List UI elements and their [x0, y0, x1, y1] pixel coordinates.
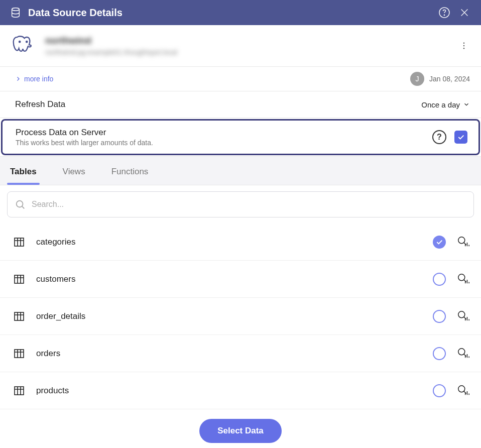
svg-point-8 [17, 201, 23, 207]
modified-date: Jan 08, 2024 [429, 75, 470, 83]
search-icon [15, 199, 26, 210]
table-name: categories [36, 237, 422, 247]
svg-rect-13 [15, 312, 24, 320]
datasource-header: northwind northwind.pg-example01.thought… [0, 25, 481, 67]
table-icon [13, 310, 25, 322]
svg-point-16 [458, 348, 465, 355]
title-bar: Data Source Details [0, 0, 481, 25]
analyze-icon[interactable] [457, 273, 470, 286]
svg-point-10 [458, 237, 465, 243]
datasource-subtitle: northwind.pg-example01.thoughtspot.local [45, 48, 177, 56]
chevron-right-icon [15, 76, 21, 82]
table-name: orders [36, 349, 422, 359]
refresh-row: Refresh Data Once a day [0, 91, 481, 118]
process-data-section: Process Data on Server This works best w… [1, 119, 480, 155]
owner-avatar[interactable]: J [410, 72, 424, 86]
svg-point-2 [444, 15, 444, 15]
refresh-label: Refresh Data [15, 99, 65, 109]
svg-point-3 [19, 41, 20, 42]
close-icon[interactable] [458, 6, 471, 19]
table-row: order_details [0, 298, 481, 335]
table-icon [13, 348, 25, 360]
table-icon [13, 273, 25, 285]
table-list: categories customers order_details order… [0, 223, 481, 409]
svg-point-18 [458, 385, 465, 392]
tab-views[interactable]: Views [60, 158, 88, 184]
postgresql-logo-icon [11, 33, 36, 58]
table-select-toggle[interactable] [433, 384, 446, 397]
search-box[interactable] [7, 191, 474, 217]
table-name: products [36, 386, 422, 396]
process-help-icon[interactable]: ? [432, 130, 446, 144]
svg-rect-9 [15, 238, 24, 246]
more-info-link[interactable]: more info [15, 75, 53, 83]
search-input[interactable] [32, 200, 466, 209]
table-select-toggle[interactable] [433, 236, 446, 249]
table-row: orders [0, 335, 481, 372]
more-info-label: more info [24, 75, 53, 83]
svg-point-0 [12, 8, 20, 11]
tab-functions[interactable]: Functions [108, 158, 152, 184]
svg-rect-15 [15, 350, 24, 358]
table-select-toggle[interactable] [433, 310, 446, 323]
process-data-subtitle: This works best with larger amounts of d… [16, 139, 153, 147]
table-icon [13, 385, 25, 397]
table-row: products [0, 372, 481, 409]
table-select-toggle[interactable] [433, 273, 446, 286]
database-icon [10, 7, 21, 18]
table-icon [13, 236, 25, 248]
table-name: customers [36, 274, 422, 284]
table-row: customers [0, 261, 481, 298]
analyze-icon[interactable] [457, 310, 470, 323]
analyze-icon[interactable] [457, 236, 470, 249]
svg-rect-11 [15, 275, 24, 283]
refresh-frequency-select[interactable]: Once a day [421, 100, 470, 109]
svg-point-6 [463, 45, 464, 46]
refresh-frequency-value: Once a day [421, 100, 460, 109]
table-select-toggle[interactable] [433, 347, 446, 360]
svg-point-14 [458, 311, 465, 317]
footer: Select Data [0, 419, 481, 443]
analyze-icon[interactable] [457, 347, 470, 360]
svg-point-5 [463, 43, 464, 44]
analyze-icon[interactable] [457, 384, 470, 397]
process-data-checkbox[interactable] [454, 131, 467, 144]
chevron-down-icon [463, 101, 470, 108]
table-name: order_details [36, 311, 422, 321]
process-data-title: Process Data on Server [16, 128, 153, 138]
help-icon[interactable] [438, 6, 451, 19]
svg-rect-17 [15, 387, 24, 395]
table-row: categories [0, 223, 481, 261]
svg-point-7 [463, 48, 464, 49]
svg-point-4 [26, 41, 27, 42]
tabs-bar: Tables Views Functions [0, 156, 481, 185]
select-data-button[interactable]: Select Data [199, 419, 282, 443]
page-title: Data Source Details [28, 7, 123, 19]
svg-point-12 [458, 274, 465, 280]
datasource-name: northwind [45, 35, 177, 46]
tab-tables[interactable]: Tables [7, 158, 40, 184]
meta-row: more info J Jan 08, 2024 [0, 67, 481, 91]
kebab-menu-icon[interactable] [458, 40, 470, 52]
